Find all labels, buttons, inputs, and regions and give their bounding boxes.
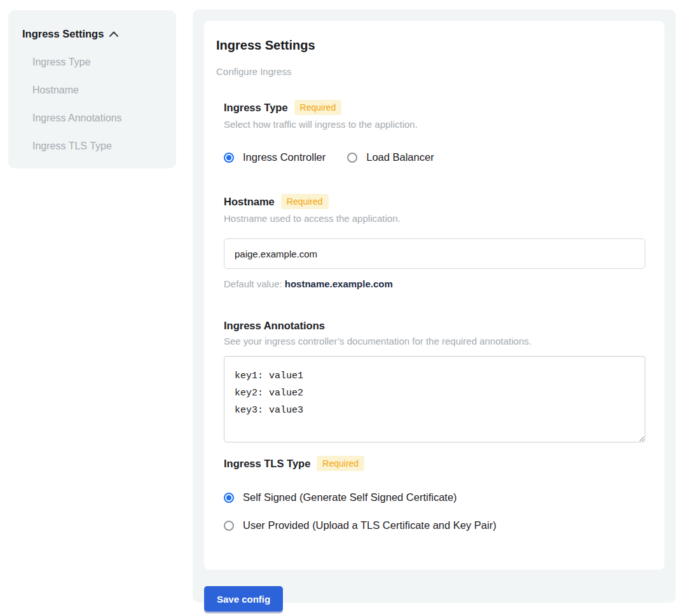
required-badge: Required	[317, 456, 364, 471]
ingress-type-label: Ingress Type	[224, 102, 288, 114]
radio-self-signed[interactable]: Self Signed (Generate Self Signed Certif…	[224, 491, 652, 503]
sidebar-nav: Ingress Type Hostname Ingress Annotation…	[22, 57, 162, 152]
sidebar-group-ingress-settings[interactable]: Ingress Settings	[22, 28, 162, 40]
sidebar: Ingress Settings Ingress Type Hostname I…	[8, 10, 176, 168]
tls-type-radio-group: Self Signed (Generate Self Signed Certif…	[224, 491, 652, 531]
hostname-label: Hostname	[224, 196, 275, 208]
settings-panel: Ingress Settings Configure Ingress Ingre…	[193, 10, 676, 603]
radio-load-balancer[interactable]: Load Balancer	[347, 151, 434, 163]
field-ingress-annotations: Ingress Annotations See your ingress con…	[224, 320, 652, 442]
default-label: Default value:	[224, 278, 282, 289]
field-hostname: Hostname Required Hostname used to acces…	[224, 194, 652, 289]
hostname-input[interactable]	[224, 238, 645, 269]
annotations-label: Ingress Annotations	[224, 320, 325, 332]
radio-button-icon	[224, 521, 234, 531]
field-ingress-tls-type: Ingress TLS Type Required Self Signed (G…	[224, 456, 652, 531]
chevron-up-icon	[109, 31, 118, 37]
page-subtitle: Configure Ingress	[216, 66, 652, 77]
save-config-button[interactable]: Save config	[204, 586, 283, 612]
radio-button-icon	[224, 493, 234, 503]
annotations-textarea[interactable]: key1: value1 key2: value2 key3: value3	[224, 356, 645, 442]
tls-type-label: Ingress TLS Type	[224, 458, 310, 470]
hostname-default-hint: Default value:hostname.example.com	[224, 278, 652, 289]
radio-button-icon	[347, 153, 357, 163]
hostname-description: Hostname used to access the application.	[224, 213, 652, 224]
annotations-description: See your ingress controller’s documentat…	[224, 336, 652, 346]
radio-label: Load Balancer	[366, 151, 434, 163]
sidebar-group-label: Ingress Settings	[22, 28, 104, 40]
radio-label: Ingress Controller	[243, 151, 326, 163]
default-value: hostname.example.com	[285, 278, 393, 289]
field-ingress-type: Ingress Type Required Select how traffic…	[224, 100, 652, 163]
page-title: Ingress Settings	[216, 38, 652, 53]
radio-button-icon	[224, 153, 234, 163]
form-fields: Ingress Type Required Select how traffic…	[224, 100, 652, 531]
sidebar-item-ingress-tls-type[interactable]: Ingress TLS Type	[32, 140, 162, 152]
ingress-type-radio-group: Ingress Controller Load Balancer	[224, 151, 652, 163]
required-badge: Required	[281, 194, 329, 209]
ingress-type-description: Select how traffic will ingress to the a…	[224, 119, 652, 130]
ingress-settings-card: Ingress Settings Configure Ingress Ingre…	[204, 21, 664, 570]
sidebar-item-ingress-annotations[interactable]: Ingress Annotations	[32, 113, 162, 124]
radio-label: Self Signed (Generate Self Signed Certif…	[243, 491, 457, 503]
sidebar-item-hostname[interactable]: Hostname	[32, 85, 162, 96]
sidebar-item-ingress-type[interactable]: Ingress Type	[32, 57, 162, 68]
radio-label: User Provided (Upload a TLS Certificate …	[243, 519, 497, 531]
radio-user-provided[interactable]: User Provided (Upload a TLS Certificate …	[224, 519, 652, 531]
radio-ingress-controller[interactable]: Ingress Controller	[224, 151, 326, 163]
required-badge: Required	[294, 100, 342, 115]
